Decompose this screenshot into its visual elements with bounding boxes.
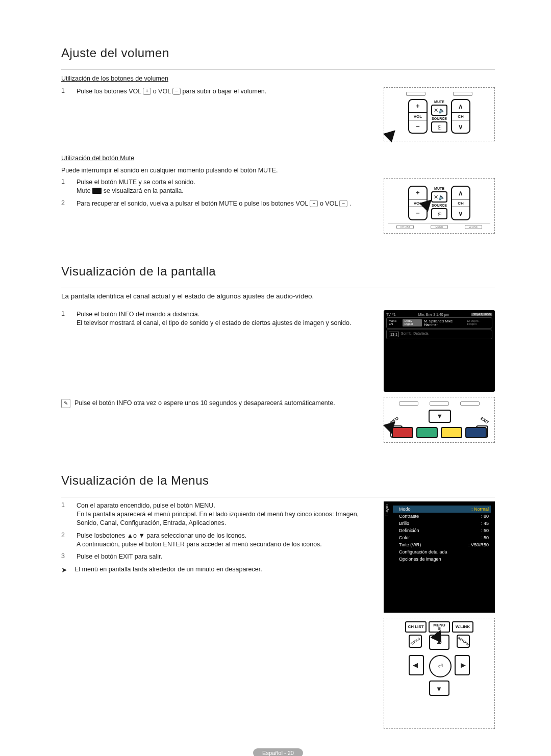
arrow-icon: ➤ — [61, 565, 70, 575]
remote-nav-diagram: CH LIST MENU ▥ W.LINK TOOLS RETURN — [384, 618, 495, 729]
osd-menu-item: Color: 50 — [393, 534, 491, 541]
osd-menu-item: Tinte (V/R): V50/R50 — [393, 541, 491, 548]
vol-rocker: + VOL − — [408, 99, 428, 134]
step-number: 1 — [61, 87, 68, 96]
osd-menu-item: Opciones de imagen — [393, 556, 491, 563]
section2-step1: Pulse el botón INFO del mando a distanci… — [77, 310, 373, 327]
green-button — [416, 427, 438, 438]
step-number: 1 — [61, 178, 68, 195]
divider — [61, 288, 495, 288]
step-number: 1 — [61, 310, 68, 327]
remote-info-diagram: INFO i ▼ EXIT ⎋ — [384, 397, 495, 443]
section2-note: Pulse el botón INFO otra vez o espere un… — [74, 399, 335, 408]
mute-indicator-icon — [92, 188, 102, 194]
osd-menu-item: Configuración detallada — [393, 548, 491, 556]
section1-sub2: Utilización del botón Mute — [61, 155, 495, 162]
mute-step1: Pulse el botón MUTE y se corta el sonido… — [77, 178, 373, 195]
osd-menu-panel: Imagen Modo: NormalContraste: 80Brillo: … — [384, 501, 495, 613]
blue-button — [465, 427, 487, 438]
plus-icon: + — [143, 88, 151, 95]
note-icon: ✎ — [61, 399, 70, 408]
osd-menu-item: Definición: 50 — [393, 527, 491, 534]
page-footer: Español - 20 — [61, 749, 495, 756]
section1-title: Ajuste del volumen — [61, 46, 495, 60]
step-number: 2 — [61, 532, 68, 549]
wlink-button: W.LINK — [452, 621, 473, 633]
step-number: 1 — [61, 501, 68, 527]
section3-step3: Pulse el botón EXIT para salir. — [77, 552, 373, 561]
yellow-button — [441, 427, 462, 438]
section1-sub1: Utilización de los botones de volumen — [61, 75, 495, 82]
enter-button: ⏎ — [429, 655, 452, 677]
pointer-icon — [383, 126, 400, 143]
section2-title: Visualización de la pantalla — [61, 264, 495, 279]
down-button: ▼ — [429, 410, 451, 423]
mute-step2: Para recuperar el sonido, vuelva a pulsa… — [77, 199, 373, 208]
minus-icon: − — [339, 200, 347, 207]
section3-note: El menú en pantalla tarda alrededor de u… — [74, 565, 262, 575]
exit-button-label: EXIT — [480, 416, 490, 425]
ch-rocker: ∧ CH ∨ — [451, 99, 470, 134]
step-number: 3 — [61, 552, 68, 561]
remote-volume-diagram: + VOL − MUTE ✕🔈 SOURCE ⎘ ∧ CH ∨ — [384, 87, 495, 141]
section2-intro: La pantalla identifica el canal actual y… — [61, 292, 495, 300]
chlist-button: CH LIST — [405, 621, 427, 633]
section1-sub2-intro: Puede interrumpir el sonido en cualquier… — [61, 167, 495, 174]
tv-info-panel: TV #1 Mie, Ene 3 1:40 pm SD[4:3]1080i Mo… — [384, 310, 495, 392]
section3-title: Visualización de la Menus — [61, 473, 495, 488]
minus-icon: − — [172, 88, 181, 95]
section1-step1: Pulse los botones VOL + o VOL − para sub… — [77, 87, 373, 96]
osd-menu-item: Modo: Normal — [393, 506, 491, 513]
plus-icon: + — [310, 200, 318, 207]
divider — [61, 497, 495, 497]
mute-icon: ✕🔈 — [431, 191, 447, 203]
section3-step2: Pulse losbotones ▲o ▼ para seleccionar u… — [77, 532, 373, 549]
source-icon: ⎘ — [431, 208, 447, 219]
osd-menu-item: Contraste: 80 — [393, 513, 491, 520]
section3-step1: Con el aparato encendido, pulse el botón… — [77, 501, 373, 527]
osd-menu-item: Brillo: 45 — [393, 520, 491, 527]
osd-category: Imagen — [385, 505, 388, 516]
red-button — [392, 427, 413, 438]
step-number: 2 — [61, 199, 68, 208]
mute-icon: ✕🔈 — [431, 105, 447, 116]
remote-mute-diagram: + VOL − MUTE ✕🔈 SOURCE ⎘ ∧ CH ∨ CH LISTM — [384, 178, 495, 234]
source-icon: ⎘ — [431, 121, 447, 133]
divider — [61, 69, 495, 70]
